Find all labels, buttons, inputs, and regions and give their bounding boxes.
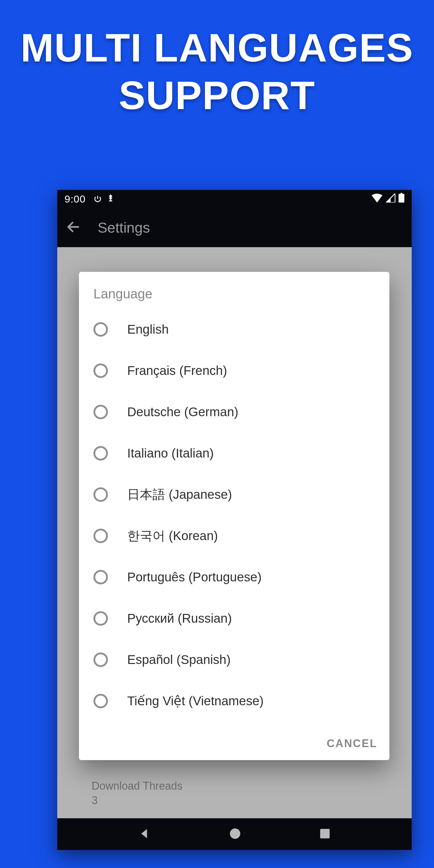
download-threads-row: Download Threads 3 bbox=[92, 779, 303, 808]
radio-icon bbox=[93, 570, 108, 584]
language-option-label: Português (Portuguese) bbox=[127, 570, 261, 584]
language-option-label: Tiếng Việt (Vietnamese) bbox=[127, 693, 264, 708]
radio-icon bbox=[93, 529, 108, 543]
nav-recent-icon[interactable] bbox=[318, 827, 331, 841]
radio-icon bbox=[93, 652, 108, 667]
dialog-title: Language bbox=[79, 272, 390, 309]
promo-heading: MULTI LANGUAGES SUPPORT bbox=[0, 0, 434, 120]
status-clock: 9:00 bbox=[64, 193, 86, 205]
phone-frame: 9:00 Settings Download Threads bbox=[57, 190, 412, 850]
language-option[interactable]: Русский (Russian) bbox=[90, 598, 378, 639]
language-option[interactable]: Tiếng Việt (Vietnamese) bbox=[90, 680, 378, 721]
appbar-title: Settings bbox=[98, 219, 150, 236]
back-arrow-icon[interactable] bbox=[66, 219, 81, 236]
system-nav-bar bbox=[57, 818, 412, 850]
language-option[interactable]: Deutsche (German) bbox=[90, 391, 378, 433]
radio-icon bbox=[93, 611, 108, 626]
download-threads-label: Download Threads bbox=[92, 779, 303, 794]
download-threads-value: 3 bbox=[92, 793, 303, 808]
svg-point-3 bbox=[230, 828, 241, 839]
language-option[interactable]: English bbox=[90, 309, 378, 350]
battery-icon bbox=[398, 193, 404, 205]
language-option[interactable]: Español (Spanish) bbox=[90, 639, 378, 680]
cell-signal-icon bbox=[386, 193, 396, 205]
language-option-label: English bbox=[127, 322, 169, 337]
language-option[interactable]: Italiano (Italian) bbox=[90, 433, 378, 474]
promo-line2: SUPPORT bbox=[0, 72, 434, 119]
status-bar: 9:00 bbox=[57, 190, 412, 208]
svg-rect-1 bbox=[401, 193, 402, 194]
app-bar: Settings bbox=[57, 208, 412, 247]
language-option[interactable]: 한국어 (Korean) bbox=[90, 515, 378, 556]
language-option[interactable]: Français (French) bbox=[90, 350, 378, 391]
radio-icon bbox=[93, 405, 108, 419]
radio-icon bbox=[93, 322, 108, 337]
language-dialog: Language EnglishFrançais (French)Deutsch… bbox=[79, 272, 390, 760]
power-icon bbox=[93, 195, 102, 203]
nav-back-icon[interactable] bbox=[138, 827, 152, 842]
radio-icon bbox=[93, 487, 108, 502]
cancel-button[interactable]: CANCEL bbox=[327, 737, 377, 750]
svg-rect-0 bbox=[398, 194, 404, 203]
radio-icon bbox=[93, 446, 108, 461]
language-option-label: 日本語 (Japanese) bbox=[127, 486, 232, 503]
nav-home-icon[interactable] bbox=[228, 827, 242, 842]
language-option-label: Italiano (Italian) bbox=[127, 446, 214, 461]
language-option[interactable]: Português (Portuguese) bbox=[90, 556, 378, 598]
wifi-icon bbox=[371, 193, 383, 205]
svg-rect-4 bbox=[320, 829, 330, 838]
language-option-label: Français (French) bbox=[127, 364, 227, 378]
radio-icon bbox=[93, 694, 108, 708]
language-option[interactable]: 日本語 (Japanese) bbox=[90, 474, 378, 515]
language-option-label: 한국어 (Korean) bbox=[127, 527, 218, 544]
language-option-label: Español (Spanish) bbox=[127, 652, 230, 667]
radio-icon bbox=[93, 364, 108, 378]
language-option-label: Deutsche (German) bbox=[127, 405, 239, 419]
promo-line1: MULTI LANGUAGES bbox=[0, 24, 434, 72]
language-option-label: Русский (Russian) bbox=[127, 611, 232, 626]
download-icon bbox=[107, 194, 114, 204]
